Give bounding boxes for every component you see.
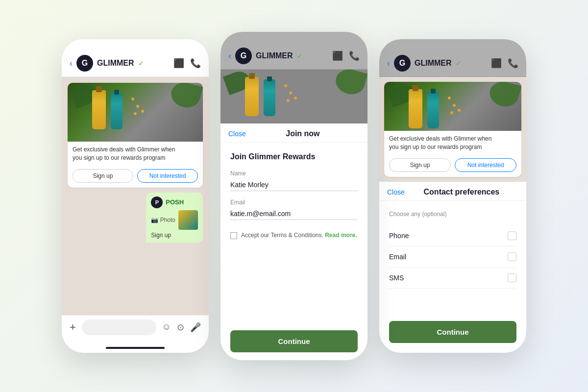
- back-arrow-2[interactable]: ‹: [228, 51, 231, 61]
- posh-signup[interactable]: Sign up: [151, 232, 198, 239]
- name-field: Name: [230, 170, 358, 191]
- header-icons-1: ⬛ 📞: [173, 58, 201, 69]
- verified-badge-1: ✓: [138, 59, 144, 67]
- pref-email-label: Email: [389, 253, 406, 261]
- phone-2-action-bar: Close Join now: [220, 123, 368, 143]
- contact-prefs-title: Contact preferences: [405, 188, 518, 196]
- bottle-orange-2: [245, 77, 259, 116]
- promo-card: Get exclusive deals with Glimmer when yo…: [68, 83, 203, 188]
- dots-2: [284, 84, 287, 87]
- optional-label: Choose any (optional): [389, 211, 516, 218]
- phone-2-product-image: [220, 70, 368, 123]
- signup-button-card[interactable]: Sign up: [73, 169, 133, 183]
- verified-badge-3: ✓: [456, 59, 462, 67]
- pref-phone-checkbox[interactable]: [508, 231, 516, 240]
- brand-name-3: GLIMMER: [415, 59, 452, 68]
- name-label: Name: [230, 170, 358, 177]
- continue-button-3[interactable]: Continue: [389, 321, 516, 343]
- brand-icon-1: G: [76, 55, 93, 72]
- promo-card-3: Get exclusive deals with Glimmer when yo…: [384, 82, 521, 177]
- back-arrow-3[interactable]: ‹: [387, 58, 390, 69]
- not-interested-3[interactable]: Not interested: [455, 158, 516, 172]
- bottle-orange-3: [409, 89, 422, 128]
- continue-button-2[interactable]: Continue: [230, 330, 358, 352]
- back-arrow-1[interactable]: ‹: [70, 58, 73, 69]
- join-form: Join Glimmer Rewards Name Email Accept o…: [220, 143, 368, 360]
- brand-icon-3: G: [394, 55, 411, 72]
- promo-line2: you sign up to our rewards program: [73, 154, 165, 161]
- pref-sms-label: SMS: [389, 274, 404, 282]
- posh-photo-row: 📷 Photo: [151, 210, 198, 230]
- promo-image: [68, 83, 203, 142]
- terms-row: Accept our Terms & Conditions. Read more…: [230, 232, 358, 239]
- dots-3: [448, 97, 451, 99]
- promo-line1: Get exclusive deals with Glimmer when: [73, 146, 175, 153]
- photo-label: 📷 Photo: [151, 217, 175, 223]
- plus-icon[interactable]: +: [70, 321, 76, 334]
- email-field: Email: [230, 199, 358, 220]
- video-icon-3[interactable]: ⬛: [491, 58, 502, 69]
- chat-bg: Get exclusive deals with Glimmer when yo…: [62, 77, 209, 315]
- leaf-4: [333, 70, 368, 98]
- pref-sms-checkbox[interactable]: [508, 273, 516, 282]
- name-input[interactable]: [230, 179, 358, 191]
- phone-icon-1[interactable]: 📞: [190, 58, 201, 69]
- signup-button-3[interactable]: Sign up: [389, 158, 451, 172]
- phone-2: ‹ G GLIMMER ✓ ⬛ 📞 Close: [220, 32, 368, 360]
- brand-name-2: GLIMMER: [256, 51, 293, 60]
- posh-icon: P: [151, 196, 163, 208]
- promo-actions: Sign up Not interested: [68, 166, 203, 188]
- message-bubble: P POSH 📷 Photo Sign up: [146, 193, 203, 243]
- message-input[interactable]: [82, 319, 156, 335]
- promo-text: Get exclusive deals with Glimmer when yo…: [68, 142, 203, 166]
- pref-phone-label: Phone: [389, 232, 409, 240]
- verified-badge-2: ✓: [297, 52, 303, 60]
- phone-3-action-bar: Close Contact preferences: [379, 182, 526, 201]
- promo-text-3: Get exclusive deals with Glimmer when yo…: [384, 131, 521, 155]
- sticker-icon[interactable]: ☺: [162, 322, 171, 333]
- promo-image-3: [384, 82, 521, 131]
- phone-1-bottom-bar: + ☺ ⊙ 🎤: [62, 315, 209, 345]
- phone-icon-2[interactable]: 📞: [349, 50, 360, 61]
- mic-icon[interactable]: 🎤: [190, 322, 201, 333]
- pref-email-checkbox[interactable]: [508, 252, 516, 261]
- not-interested-button-card[interactable]: Not interested: [137, 169, 198, 183]
- terms-checkbox[interactable]: [230, 232, 237, 239]
- home-bar-1: [106, 347, 165, 349]
- posh-header: P POSH: [151, 196, 198, 208]
- phone-3: ‹ G GLIMMER ✓ ⬛ 📞: [379, 39, 526, 353]
- brand-name-1: GLIMMER: [97, 59, 134, 68]
- bottle-teal-3: [427, 92, 439, 128]
- bottle-teal: [111, 93, 122, 129]
- leaf-2: [169, 83, 203, 111]
- join-now-title: Join now: [246, 129, 360, 138]
- leaf-6: [487, 82, 521, 110]
- bottom-icons: ☺ ⊙ 🎤: [162, 322, 201, 333]
- promo-line4: you sign up to our rewards program: [389, 144, 482, 150]
- phone-1: ‹ G GLIMMER ✓ ⬛ 📞: [62, 39, 209, 353]
- prefs-content: Choose any (optional) Phone Email SMS Co…: [379, 201, 526, 353]
- email-label: Email: [230, 199, 358, 206]
- camera-icon[interactable]: ⊙: [177, 322, 184, 333]
- notch-3: [428, 39, 477, 50]
- bottle-teal-2: [264, 79, 275, 116]
- notch-1: [111, 39, 160, 50]
- promo-actions-3: Sign up Not interested: [384, 155, 521, 177]
- notch-2: [270, 32, 318, 43]
- header-icons-2: ⬛ 📞: [332, 50, 360, 61]
- close-button-3[interactable]: Close: [387, 188, 405, 196]
- close-button-2[interactable]: Close: [228, 130, 246, 138]
- form-title: Join Glimmer Rewards: [230, 152, 358, 161]
- read-more-link[interactable]: Read more.: [325, 232, 357, 239]
- posh-label: POSH: [166, 198, 184, 206]
- brand-icon-2: G: [235, 48, 252, 64]
- video-icon-2[interactable]: ⬛: [332, 50, 343, 61]
- pref-sms: SMS: [389, 268, 516, 289]
- pref-email: Email: [389, 246, 516, 268]
- promo-line3: Get exclusive deals with Glimmer when: [389, 135, 491, 142]
- phone-icon-3[interactable]: 📞: [508, 58, 518, 69]
- video-icon-1[interactable]: ⬛: [173, 58, 184, 69]
- phone-3-chat-section: Get exclusive deals with Glimmer when yo…: [379, 77, 526, 182]
- email-input[interactable]: [230, 208, 358, 220]
- bottle-orange: [92, 90, 106, 129]
